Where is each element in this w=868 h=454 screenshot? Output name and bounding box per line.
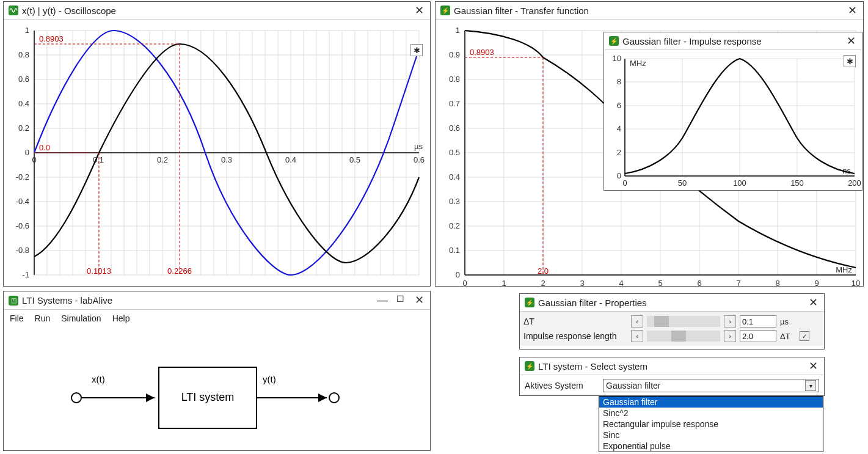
svg-text:0.3: 0.3 — [449, 197, 460, 206]
svg-text:0.4: 0.4 — [285, 155, 296, 164]
svg-text:0.6: 0.6 — [449, 123, 460, 133]
svg-text:LTI system: LTI system — [181, 391, 235, 403]
prop-unit: µs — [780, 317, 796, 326]
svg-text:y(t): y(t) — [263, 374, 276, 384]
menu-simulation[interactable]: Simulation — [61, 313, 101, 323]
svg-text:0: 0 — [32, 155, 36, 164]
close-icon[interactable]: ✕ — [413, 4, 425, 16]
oscilloscope-title: x(t) | y(t) - Oscilloscope — [22, 5, 409, 16]
svg-text:MHz: MHz — [630, 59, 646, 68]
window-controls: — ☐ ✕ — [377, 294, 425, 307]
decrement-button[interactable]: ‹ — [631, 330, 643, 342]
slider[interactable] — [647, 316, 720, 327]
svg-text:0.3: 0.3 — [221, 155, 232, 164]
close-icon[interactable]: ✕ — [807, 296, 819, 309]
svg-text:0.2: 0.2 — [449, 221, 460, 230]
dropdown-option[interactable]: Exponential pulse — [599, 441, 823, 452]
svg-text:10: 10 — [613, 54, 621, 63]
dropdown-option[interactable]: Sinc^2 — [599, 408, 823, 419]
prop-label: ΔT — [523, 317, 627, 326]
close-icon[interactable]: ✕ — [413, 294, 425, 306]
dropdown-option[interactable]: Sinc — [599, 430, 823, 441]
chevron-down-icon[interactable]: ▾ — [805, 380, 816, 391]
svg-text:-1: -1 — [22, 270, 29, 279]
prop-value-input[interactable] — [740, 330, 776, 342]
oscilloscope-window: x(t) | y(t) - Oscilloscope ✕ — [3, 1, 431, 287]
impulse-title: Gaussian filter - Impulse response — [622, 36, 841, 46]
system-combobox[interactable]: Gaussian filter ▾ — [603, 379, 819, 392]
svg-text:0.9: 0.9 — [449, 50, 460, 59]
menu-file[interactable]: File — [10, 313, 24, 323]
svg-text:1: 1 — [456, 26, 460, 35]
svg-text:0.0: 0.0 — [39, 143, 50, 152]
svg-text:0: 0 — [25, 148, 29, 157]
svg-text:0: 0 — [456, 270, 460, 279]
checkbox[interactable]: ✓ — [800, 331, 809, 341]
svg-text:0.2: 0.2 — [157, 155, 168, 164]
svg-text:7: 7 — [736, 279, 740, 286]
svg-text:10: 10 — [852, 279, 860, 286]
svg-text:0.2266: 0.2266 — [167, 266, 192, 276]
svg-text:9: 9 — [814, 279, 819, 286]
system-dropdown[interactable]: Gaussian filter Sinc^2 Rectangular impul… — [599, 396, 823, 452]
app-icon: ◳ — [9, 296, 18, 306]
svg-text:1: 1 — [25, 26, 29, 35]
close-icon[interactable]: ✕ — [845, 35, 857, 47]
svg-text:0.4: 0.4 — [449, 172, 460, 181]
select-title: LTI system - Select system — [538, 361, 803, 372]
svg-text:0.7: 0.7 — [449, 99, 460, 108]
prop-row-dt: ΔT ‹ › µs — [523, 314, 820, 329]
properties-window: ⚡ Gaussian filter - Properties ✕ ΔT ‹ › … — [519, 293, 825, 350]
svg-text:0.8903: 0.8903 — [470, 48, 494, 57]
svg-text:0.1: 0.1 — [449, 246, 460, 255]
svg-marker-155 — [318, 394, 327, 402]
bolt-icon: ⚡ — [440, 5, 450, 15]
increment-button[interactable]: › — [724, 315, 736, 328]
oscilloscope-plot[interactable]: 1 0.8 0.6 0.4 0.2 0 -0.2 -0.4 -0.6 -0.8 … — [4, 20, 430, 286]
svg-text:-0.2: -0.2 — [16, 172, 29, 181]
prop-value-input[interactable] — [740, 315, 776, 328]
wave-icon — [9, 5, 18, 15]
svg-text:-0.8: -0.8 — [16, 246, 29, 255]
bolt-icon: ⚡ — [609, 36, 619, 46]
prop-unit: ΔT — [780, 332, 796, 341]
svg-text:3: 3 — [580, 279, 584, 286]
svg-text:4: 4 — [617, 124, 621, 133]
svg-text:2: 2 — [541, 279, 545, 286]
slider[interactable] — [647, 331, 720, 342]
dropdown-option[interactable]: Rectangular impulse response — [599, 419, 823, 430]
svg-text:-0.6: -0.6 — [16, 221, 29, 230]
select-field-label: Aktives System — [525, 381, 597, 390]
properties-body: ΔT ‹ › µs Impulse response length ‹ › ΔT… — [520, 312, 824, 346]
decrement-button[interactable]: ‹ — [631, 315, 643, 328]
impulse-plot[interactable]: 10 8 6 4 2 0 0 50 100 150 200 MHz ns ✱ — [604, 50, 862, 190]
menu-run[interactable]: Run — [35, 313, 51, 323]
dropdown-option[interactable]: Gaussian filter — [599, 397, 823, 408]
svg-point-157 — [329, 393, 339, 403]
properties-title: Gaussian filter - Properties — [538, 298, 803, 308]
gear-icon[interactable]: ✱ — [410, 44, 423, 56]
minimize-icon[interactable]: — — [377, 294, 388, 307]
svg-text:5: 5 — [658, 279, 662, 286]
close-icon[interactable]: ✕ — [807, 360, 819, 372]
close-icon[interactable]: ✕ — [846, 4, 858, 16]
gear-icon[interactable]: ✱ — [844, 55, 856, 67]
svg-text:1: 1 — [501, 279, 506, 286]
menu-help[interactable]: Help — [112, 313, 130, 323]
maximize-icon[interactable]: ☐ — [396, 294, 404, 307]
increment-button[interactable]: › — [724, 330, 736, 342]
select-window: ⚡ LTI system - Select system ✕ Aktives S… — [519, 357, 825, 396]
lti-window: ◳ LTI Systems - labAlive — ☐ ✕ File Run … — [3, 291, 431, 451]
select-body: Aktives System Gaussian filter ▾ — [520, 375, 824, 396]
oscilloscope-titlebar: x(t) | y(t) - Oscilloscope ✕ — [4, 2, 430, 20]
svg-text:0.5: 0.5 — [349, 155, 360, 164]
properties-titlebar: ⚡ Gaussian filter - Properties ✕ — [520, 294, 824, 312]
lti-title: LTI Systems - labAlive — [22, 295, 373, 306]
transfer-titlebar: ⚡ Gaussian filter - Transfer function ✕ — [436, 2, 863, 20]
svg-text:2: 2 — [617, 148, 621, 157]
select-titlebar: ⚡ LTI system - Select system ✕ — [520, 357, 824, 375]
svg-text:µs: µs — [414, 142, 423, 151]
svg-text:0.5: 0.5 — [449, 148, 460, 157]
impulse-window: ⚡ Gaussian filter - Impulse response ✕ — [604, 32, 863, 191]
svg-text:0.8: 0.8 — [449, 75, 460, 84]
